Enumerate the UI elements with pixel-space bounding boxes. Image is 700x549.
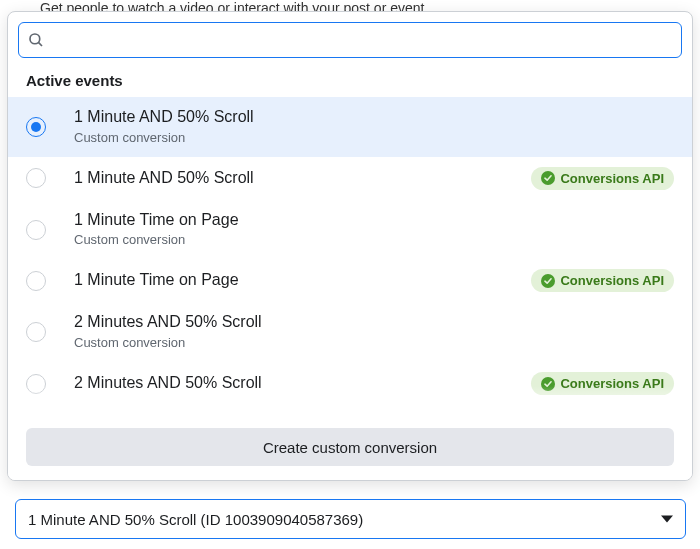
conversions-api-badge: Conversions API	[531, 372, 674, 395]
radio-icon	[26, 322, 46, 342]
create-custom-conversion-button[interactable]: Create custom conversion	[26, 428, 674, 466]
option-texts: 1 Minute AND 50% Scroll	[74, 168, 531, 189]
svg-point-2	[541, 171, 555, 185]
badge-label: Conversions API	[560, 171, 664, 186]
check-circle-icon	[541, 274, 555, 288]
option-subtitle: Custom conversion	[74, 130, 674, 147]
radio-icon	[26, 374, 46, 394]
check-circle-icon	[541, 171, 555, 185]
option-texts: 1 Minute Time on PageCustom conversion	[74, 210, 674, 250]
option-title: 1 Minute Time on Page	[74, 270, 531, 291]
option-title: 2 Minutes AND 50% Scroll	[74, 312, 674, 333]
option-title: 2 Minutes AND 50% Scroll	[74, 373, 531, 394]
search-input[interactable]	[53, 23, 673, 57]
radio-icon	[26, 168, 46, 188]
options-list: 1 Minute AND 50% ScrollCustom conversion…	[8, 97, 692, 416]
event-option[interactable]: 1 Minute AND 50% ScrollCustom conversion	[8, 97, 692, 157]
option-title: 2 Minutes Time on Page	[74, 415, 674, 416]
event-option[interactable]: 1 Minute Time on PageConversions API	[8, 259, 692, 302]
badge-label: Conversions API	[560, 273, 664, 288]
event-option[interactable]: 1 Minute AND 50% ScrollConversions API	[8, 157, 692, 200]
caret-down-icon	[661, 513, 673, 525]
svg-point-3	[541, 274, 555, 288]
event-option[interactable]: 2 Minutes AND 50% ScrollCustom conversio…	[8, 302, 692, 362]
check-circle-icon	[541, 377, 555, 391]
conversion-event-value: 1 Minute AND 50% Scroll (ID 100390904058…	[28, 511, 661, 528]
footer-wrap: Create custom conversion	[8, 416, 692, 480]
section-header: Active events	[8, 64, 692, 97]
option-subtitle: Custom conversion	[74, 232, 674, 249]
option-title: 1 Minute AND 50% Scroll	[74, 107, 674, 128]
event-dropdown-panel: Active events 1 Minute AND 50% ScrollCus…	[7, 11, 693, 481]
svg-line-1	[38, 42, 42, 46]
radio-icon	[26, 271, 46, 291]
event-option[interactable]: 2 Minutes AND 50% ScrollConversions API	[8, 362, 692, 405]
conversion-event-select[interactable]: 1 Minute AND 50% Scroll (ID 100390904058…	[15, 499, 686, 539]
event-option[interactable]: 2 Minutes Time on PageCustom conversion	[8, 405, 692, 416]
radio-icon	[26, 220, 46, 240]
badge-label: Conversions API	[560, 376, 664, 391]
conversions-api-badge: Conversions API	[531, 269, 674, 292]
event-option[interactable]: 1 Minute Time on PageCustom conversion	[8, 200, 692, 260]
option-title: 1 Minute AND 50% Scroll	[74, 168, 531, 189]
option-title: 1 Minute Time on Page	[74, 210, 674, 231]
option-texts: 2 Minutes AND 50% ScrollCustom conversio…	[74, 312, 674, 352]
search-row	[8, 12, 692, 64]
option-subtitle: Custom conversion	[74, 335, 674, 352]
option-texts: 2 Minutes AND 50% Scroll	[74, 373, 531, 394]
option-texts: 2 Minutes Time on PageCustom conversion	[74, 415, 674, 416]
conversions-api-badge: Conversions API	[531, 167, 674, 190]
radio-icon	[26, 117, 46, 137]
option-texts: 1 Minute AND 50% ScrollCustom conversion	[74, 107, 674, 147]
svg-point-0	[30, 34, 40, 44]
option-texts: 1 Minute Time on Page	[74, 270, 531, 291]
search-icon	[27, 31, 45, 49]
search-wrap[interactable]	[18, 22, 682, 58]
svg-point-4	[541, 377, 555, 391]
